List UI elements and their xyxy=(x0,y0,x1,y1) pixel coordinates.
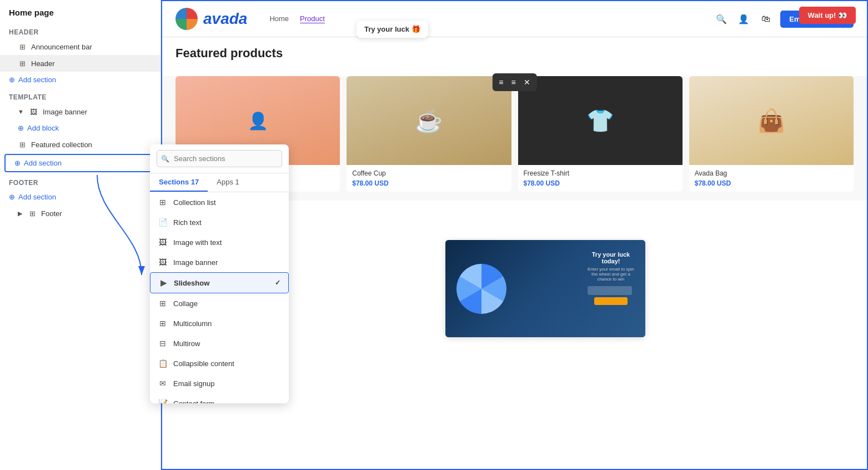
panel-item-contact-form[interactable]: 📝 Contact form xyxy=(150,393,289,403)
store-nav: Home Product xyxy=(269,14,325,23)
slideshow-icon-panel: ▶ xyxy=(158,278,168,288)
email-icon-panel: ✉ xyxy=(158,378,168,388)
text-icon-panel: 📄 xyxy=(158,217,168,227)
product-info-bag: Avada Bag $78.00 USD xyxy=(689,165,854,192)
panel-item-rich-text[interactable]: 📄 Rich text xyxy=(150,212,289,232)
plus-icon-4: ⊕ xyxy=(9,193,15,201)
featured-section: Featured products xyxy=(162,37,867,76)
grid-icon: ⊞ xyxy=(18,42,27,51)
toolbar-list-btn[interactable]: ≡ xyxy=(508,76,519,89)
panel-item-collapsible-content[interactable]: 📋 Collapsible content xyxy=(150,353,289,373)
sidebar-item-featured-collection[interactable]: ⊞ Featured collection xyxy=(0,136,160,153)
add-section-footer-button[interactable]: ⊕ Add section xyxy=(0,189,160,205)
sidebar-item-footer[interactable]: ▶ ⊞ Footer xyxy=(0,205,160,222)
image-icon: 🖼 xyxy=(29,107,38,116)
chevron-down-icon: ▼ xyxy=(18,108,24,115)
product-info-tshirt: Freesize T-shirt $78.00 USD xyxy=(518,165,683,192)
collapsible-icon-panel: 📋 xyxy=(158,358,168,368)
contact-icon-panel: 📝 xyxy=(158,398,168,403)
panel-item-collage[interactable]: ⊞ Collage xyxy=(150,293,289,313)
add-section-template-button[interactable]: ⊕ Add section xyxy=(4,154,156,172)
product-name-bag: Avada Bag xyxy=(695,169,848,177)
product-name-mug: Coffee Cup xyxy=(352,169,505,177)
product-card-mug[interactable]: ☕ Coffee Cup $78.00 USD xyxy=(347,76,511,192)
product-price-tshirt: $78.00 USD xyxy=(524,179,677,187)
template-section-label: Template xyxy=(0,88,160,103)
image-text-icon-panel: 🖼 xyxy=(158,237,168,247)
panel-item-image-banner[interactable]: 🖼 Image banner xyxy=(150,252,289,272)
search-sections-input[interactable] xyxy=(157,150,282,167)
slideshow-inner: Try your lucktoday! Enter your email to … xyxy=(445,240,645,337)
account-icon-btn[interactable]: 👤 xyxy=(736,11,751,27)
product-info-mug: Coffee Cup $78.00 USD xyxy=(347,165,511,192)
sidebar: Home page Header ⊞ Announcement bar ⊞ He… xyxy=(0,0,161,470)
store-name: avada xyxy=(203,10,247,28)
product-price-bag: $78.00 USD xyxy=(695,179,848,187)
slide-cta-btn xyxy=(594,297,628,305)
collage-icon-panel: ⊞ xyxy=(158,298,168,308)
product-image-bag: 👜 xyxy=(689,76,854,165)
product-image-mug: ☕ xyxy=(347,76,511,165)
tab-apps[interactable]: Apps 1 xyxy=(208,173,248,192)
image-icon-panel: 🖼 xyxy=(158,257,168,267)
slide-content: Try your lucktoday! Enter your email to … xyxy=(588,251,634,305)
store-logo xyxy=(175,8,198,30)
plus-icon: ⊕ xyxy=(9,76,15,84)
toolbar-close-btn[interactable]: ✕ xyxy=(520,76,534,89)
sidebar-item-header[interactable]: ⊞ Header xyxy=(0,55,160,72)
tab-sections[interactable]: Sections 17 xyxy=(150,173,208,192)
panel-item-multirow[interactable]: ⊟ Multirow xyxy=(150,333,289,353)
plus-icon-2: ⊕ xyxy=(18,124,24,132)
footer-icon: ⊞ xyxy=(28,209,37,218)
slideshow-preview: Try your lucktoday! Enter your email to … xyxy=(445,240,645,337)
add-block-button[interactable]: ⊕ Add block xyxy=(0,120,160,136)
cart-icon-btn[interactable]: 🛍 xyxy=(758,11,774,27)
chevron-right-icon: ▶ xyxy=(18,210,22,217)
product-price-mug: $78.00 USD xyxy=(352,179,505,187)
sidebar-item-image-banner[interactable]: ▼ 🖼 Image banner xyxy=(0,103,160,120)
grid-icon-panel: ⊞ xyxy=(158,197,168,207)
panel-item-slideshow[interactable]: ▶ Slideshow ✓ xyxy=(150,272,289,293)
sidebar-item-announcement-bar[interactable]: ⊞ Announcement bar xyxy=(0,38,160,55)
nav-product[interactable]: Product xyxy=(300,14,325,23)
product-image-tshirt: 👕 xyxy=(518,76,683,165)
grid-icon-3: ⊞ xyxy=(18,140,27,149)
nav-home[interactable]: Home xyxy=(269,14,289,23)
search-icon-btn[interactable]: 🔍 xyxy=(714,11,729,27)
section-panel: Sections 17 Apps 1 ⊞ Collection list 📄 R… xyxy=(150,144,289,403)
slide-subtitle: Enter your email to spinthe wheel and ge… xyxy=(588,267,634,282)
section-panel-tabs: Sections 17 Apps 1 xyxy=(150,173,289,192)
panel-item-collection-list[interactable]: ⊞ Collection list xyxy=(150,192,289,212)
add-section-header-button[interactable]: ⊕ Add section xyxy=(0,72,160,88)
section-panel-search xyxy=(150,144,289,173)
store-logo-area: avada xyxy=(175,8,247,30)
search-icon-wrap xyxy=(157,150,282,167)
panel-item-multicolumn[interactable]: ⊞ Multicolumn xyxy=(150,313,289,333)
wait-up-button[interactable]: Wait up! 👀 xyxy=(799,7,856,24)
grid-icon-2: ⊞ xyxy=(18,59,27,68)
try-luck-popup: Try your luck 🎁 xyxy=(357,21,428,38)
panel-item-email-signup[interactable]: ✉ Email signup xyxy=(150,373,289,393)
spin-wheel xyxy=(456,264,506,314)
product-name-tshirt: Freesize T-shirt xyxy=(524,169,677,177)
floating-toolbar: ≡ ≡ ✕ xyxy=(492,73,536,91)
slide-email-input xyxy=(588,286,632,295)
check-icon: ✓ xyxy=(275,279,280,287)
header-section-label: Header xyxy=(0,23,160,38)
slide-title: Try your lucktoday! xyxy=(588,251,634,264)
panel-item-image-with-text[interactable]: 🖼 Image with text xyxy=(150,232,289,252)
store-header: avada Home Product 🔍 👤 🛍 Email Marketing… xyxy=(162,1,867,37)
product-card-bag[interactable]: 👜 Avada Bag $78.00 USD xyxy=(689,76,854,192)
multirow-icon-panel: ⊟ xyxy=(158,338,168,348)
featured-title: Featured products xyxy=(175,46,854,61)
toolbar-align-btn[interactable]: ≡ xyxy=(495,76,506,89)
multicolumn-icon-panel: ⊞ xyxy=(158,318,168,328)
plus-icon-3: ⊕ xyxy=(14,159,21,167)
panel-list: ⊞ Collection list 📄 Rich text 🖼 Image wi… xyxy=(150,192,289,403)
page-title: Home page xyxy=(0,0,160,23)
footer-section-label: Footer xyxy=(0,173,160,189)
product-card-tshirt[interactable]: 👕 Freesize T-shirt $78.00 USD xyxy=(518,76,683,192)
